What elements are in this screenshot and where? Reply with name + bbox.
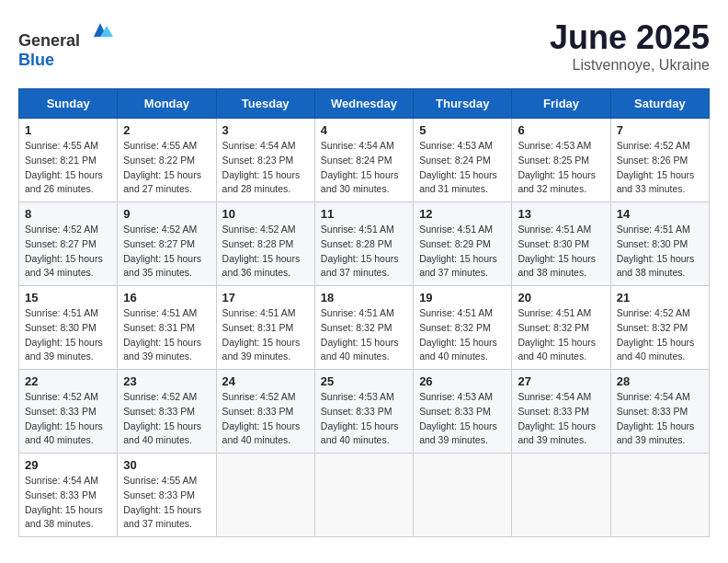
day-number: 17 [222, 291, 309, 304]
day-detail: Sunrise: 4:52 AMSunset: 8:32 PMDaylight:… [617, 306, 703, 364]
day-number: 26 [419, 374, 506, 388]
day-number: 16 [123, 291, 210, 304]
day-detail: Sunrise: 4:54 AMSunset: 8:24 PMDaylight:… [321, 139, 407, 197]
day-number: 11 [321, 207, 407, 221]
calendar-cell [216, 454, 314, 537]
calendar-cell: 3Sunrise: 4:54 AMSunset: 8:23 PMDaylight… [216, 119, 314, 202]
week-row-3: 15Sunrise: 4:51 AMSunset: 8:30 PMDayligh… [19, 286, 710, 370]
weekday-header-tuesday: Tuesday [216, 89, 314, 119]
day-detail: Sunrise: 4:51 AMSunset: 8:29 PMDaylight:… [419, 223, 506, 281]
day-detail: Sunrise: 4:53 AMSunset: 8:24 PMDaylight:… [419, 139, 506, 197]
calendar-cell: 24Sunrise: 4:52 AMSunset: 8:33 PMDayligh… [216, 370, 314, 454]
calendar-cell [314, 454, 413, 537]
day-detail: Sunrise: 4:52 AMSunset: 8:27 PMDaylight:… [25, 223, 111, 281]
day-detail: Sunrise: 4:53 AMSunset: 8:33 PMDaylight:… [321, 390, 407, 448]
day-number: 14 [617, 207, 703, 221]
day-detail: Sunrise: 4:54 AMSunset: 8:33 PMDaylight:… [25, 474, 111, 532]
month-title: June 2025 [550, 18, 710, 57]
day-number: 19 [419, 291, 506, 304]
day-number: 3 [222, 123, 309, 137]
day-number: 1 [25, 123, 111, 137]
week-row-5: 29Sunrise: 4:54 AMSunset: 8:33 PMDayligh… [19, 454, 710, 537]
day-number: 25 [321, 374, 407, 388]
day-detail: Sunrise: 4:55 AMSunset: 8:22 PMDaylight:… [123, 139, 210, 197]
calendar-cell: 16Sunrise: 4:51 AMSunset: 8:31 PMDayligh… [118, 286, 216, 370]
day-detail: Sunrise: 4:51 AMSunset: 8:32 PMDaylight:… [419, 306, 506, 364]
day-detail: Sunrise: 4:52 AMSunset: 8:28 PMDaylight:… [222, 223, 309, 281]
day-detail: Sunrise: 4:55 AMSunset: 8:21 PMDaylight:… [25, 139, 111, 197]
calendar-cell [414, 454, 512, 537]
day-detail: Sunrise: 4:54 AMSunset: 8:33 PMDaylight:… [617, 390, 703, 448]
day-number: 15 [25, 291, 111, 304]
calendar-cell: 8Sunrise: 4:52 AMSunset: 8:27 PMDaylight… [19, 202, 118, 286]
calendar-cell: 5Sunrise: 4:53 AMSunset: 8:24 PMDaylight… [414, 119, 512, 202]
calendar-cell: 20Sunrise: 4:51 AMSunset: 8:32 PMDayligh… [512, 286, 610, 370]
calendar-cell [512, 454, 610, 537]
day-detail: Sunrise: 4:51 AMSunset: 8:32 PMDaylight:… [518, 306, 604, 364]
weekday-header-sunday: Sunday [19, 89, 118, 119]
calendar-cell: 22Sunrise: 4:52 AMSunset: 8:33 PMDayligh… [19, 370, 118, 454]
calendar-cell: 27Sunrise: 4:54 AMSunset: 8:33 PMDayligh… [512, 370, 610, 454]
logo: General Blue [18, 18, 114, 70]
week-row-4: 22Sunrise: 4:52 AMSunset: 8:33 PMDayligh… [19, 370, 710, 454]
weekday-header-thursday: Thursday [414, 89, 512, 119]
calendar-cell: 25Sunrise: 4:53 AMSunset: 8:33 PMDayligh… [314, 370, 413, 454]
calendar-cell: 13Sunrise: 4:51 AMSunset: 8:30 PMDayligh… [512, 202, 610, 286]
day-number: 29 [25, 458, 111, 472]
day-number: 18 [321, 291, 407, 304]
day-number: 5 [419, 123, 506, 137]
calendar-cell: 9Sunrise: 4:52 AMSunset: 8:27 PMDaylight… [118, 202, 216, 286]
day-detail: Sunrise: 4:52 AMSunset: 8:26 PMDaylight:… [617, 139, 703, 197]
weekday-header-row: SundayMondayTuesdayWednesdayThursdayFrid… [19, 89, 710, 119]
logo-blue: Blue [18, 51, 54, 69]
day-number: 10 [222, 207, 309, 221]
day-detail: Sunrise: 4:52 AMSunset: 8:27 PMDaylight:… [123, 223, 210, 281]
logo-text: General Blue [18, 18, 114, 70]
calendar-cell: 12Sunrise: 4:51 AMSunset: 8:29 PMDayligh… [414, 202, 512, 286]
calendar-cell: 18Sunrise: 4:51 AMSunset: 8:32 PMDayligh… [314, 286, 413, 370]
calendar-cell: 28Sunrise: 4:54 AMSunset: 8:33 PMDayligh… [610, 370, 709, 454]
day-number: 8 [25, 207, 111, 221]
day-number: 9 [123, 207, 210, 221]
week-row-1: 1Sunrise: 4:55 AMSunset: 8:21 PMDaylight… [19, 119, 710, 202]
calendar-cell: 29Sunrise: 4:54 AMSunset: 8:33 PMDayligh… [19, 454, 118, 537]
calendar-cell: 23Sunrise: 4:52 AMSunset: 8:33 PMDayligh… [118, 370, 216, 454]
day-detail: Sunrise: 4:51 AMSunset: 8:30 PMDaylight:… [617, 223, 703, 281]
day-number: 20 [518, 291, 604, 304]
day-number: 4 [321, 123, 407, 137]
day-detail: Sunrise: 4:54 AMSunset: 8:23 PMDaylight:… [222, 139, 309, 197]
day-number: 28 [617, 374, 703, 388]
day-detail: Sunrise: 4:55 AMSunset: 8:33 PMDaylight:… [123, 474, 210, 532]
location-subtitle: Listvennoye, Ukraine [550, 57, 710, 74]
calendar-cell: 26Sunrise: 4:53 AMSunset: 8:33 PMDayligh… [414, 370, 512, 454]
calendar-cell: 21Sunrise: 4:52 AMSunset: 8:32 PMDayligh… [610, 286, 709, 370]
day-detail: Sunrise: 4:51 AMSunset: 8:32 PMDaylight:… [321, 306, 407, 364]
day-number: 2 [123, 123, 210, 137]
logo-icon [86, 18, 114, 46]
day-number: 27 [518, 374, 604, 388]
day-number: 21 [617, 291, 703, 304]
day-detail: Sunrise: 4:52 AMSunset: 8:33 PMDaylight:… [222, 390, 309, 448]
calendar-cell: 4Sunrise: 4:54 AMSunset: 8:24 PMDaylight… [314, 119, 413, 202]
page-header: General Blue June 2025 Listvennoye, Ukra… [18, 18, 710, 74]
day-number: 24 [222, 374, 309, 388]
day-detail: Sunrise: 4:53 AMSunset: 8:33 PMDaylight:… [419, 390, 506, 448]
calendar-cell: 7Sunrise: 4:52 AMSunset: 8:26 PMDaylight… [610, 119, 709, 202]
day-number: 13 [518, 207, 604, 221]
calendar-cell: 19Sunrise: 4:51 AMSunset: 8:32 PMDayligh… [414, 286, 512, 370]
calendar-cell [610, 454, 709, 537]
calendar-cell: 30Sunrise: 4:55 AMSunset: 8:33 PMDayligh… [118, 454, 216, 537]
logo-general: General [18, 31, 80, 50]
week-row-2: 8Sunrise: 4:52 AMSunset: 8:27 PMDaylight… [19, 202, 710, 286]
day-detail: Sunrise: 4:52 AMSunset: 8:33 PMDaylight:… [123, 390, 210, 448]
calendar-cell: 2Sunrise: 4:55 AMSunset: 8:22 PMDaylight… [118, 119, 216, 202]
calendar-cell: 10Sunrise: 4:52 AMSunset: 8:28 PMDayligh… [216, 202, 314, 286]
day-number: 6 [518, 123, 604, 137]
calendar-cell: 17Sunrise: 4:51 AMSunset: 8:31 PMDayligh… [216, 286, 314, 370]
day-detail: Sunrise: 4:53 AMSunset: 8:25 PMDaylight:… [518, 139, 604, 197]
day-detail: Sunrise: 4:51 AMSunset: 8:28 PMDaylight:… [321, 223, 407, 281]
day-number: 22 [25, 374, 111, 388]
day-number: 30 [123, 458, 210, 472]
calendar-cell: 1Sunrise: 4:55 AMSunset: 8:21 PMDaylight… [19, 119, 118, 202]
weekday-header-saturday: Saturday [610, 89, 709, 119]
